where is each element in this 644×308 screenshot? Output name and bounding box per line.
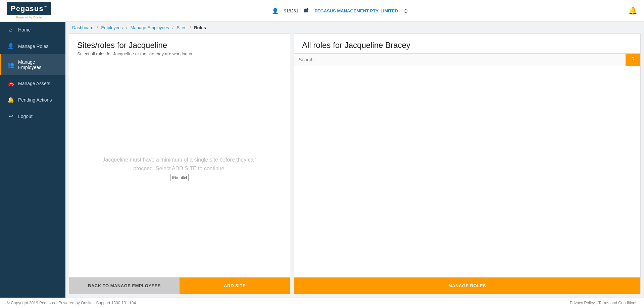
left-panel-body: Jacqueline must have a minimum of a sing… [69, 60, 290, 277]
user-id: 918261 [284, 8, 298, 13]
search-row: ? [294, 53, 640, 66]
left-panel-title: Sites/roles for Jacqueline [77, 41, 282, 50]
right-panel-body [294, 66, 640, 277]
breadcrumb-manage-employees[interactable]: Manage Employees [131, 25, 169, 30]
home-icon: ⌂ [7, 27, 14, 33]
breadcrumb-employees[interactable]: Employees [101, 25, 122, 30]
breadcrumb-current: Roles [194, 25, 206, 30]
notification-bell-icon[interactable]: 🔔 [628, 6, 637, 15]
empty-message: Jacqueline must have a minimum of a sing… [96, 156, 263, 181]
back-to-manage-employees-button[interactable]: Back to Manage Employees [69, 278, 180, 294]
sidebar-item-manage-employees[interactable]: 👥 Manage Employees [0, 54, 65, 75]
header: Pegasus™ Powered by Onsite 👤 918261 🏛 PE… [0, 0, 644, 22]
pending-actions-icon: 🔔 [7, 97, 14, 103]
right-panel-header: All roles for Jacqueline Bracey [294, 34, 640, 53]
left-panel-footer: Back to Manage Employees ADD SITE [69, 277, 290, 294]
sidebar-item-pending-actions[interactable]: 🔔 Pending Actions [0, 91, 65, 108]
sidebar-item-home[interactable]: ⌂ Home [0, 22, 65, 38]
sidebar: ⌂ Home 👤 Manage Roles 👥 Manage Employees… [0, 22, 65, 298]
user-icon: 👤 [272, 8, 279, 14]
breadcrumb-sep-3: / [172, 25, 174, 30]
main-content: Dashboard / Employees / Manage Employees… [65, 22, 644, 298]
footer-links: Privacy Policy - Terms and Conditions [570, 301, 637, 305]
terms-link[interactable]: Terms and Conditions [598, 301, 637, 305]
privacy-policy-link[interactable]: Privacy Policy [570, 301, 595, 305]
empty-message-text: Jacqueline must have a minimum of a sing… [103, 157, 257, 171]
content-area: Sites/roles for Jacqueline Select all ro… [65, 34, 644, 298]
logo-text: Pegasus [11, 4, 44, 13]
header-center: 👤 918261 🏛 PEGASUS MANAGEMENT PTY. LIMIT… [272, 8, 408, 14]
breadcrumb-sep-4: / [190, 25, 191, 30]
right-panel-footer: MANAGE ROLES [294, 277, 640, 294]
header-right: 🔔 [628, 6, 637, 15]
breadcrumb-dashboard[interactable]: Dashboard [72, 25, 94, 30]
right-panel-title: All roles for Jacqueline Bracey [302, 41, 632, 50]
sidebar-label-pending-actions: Pending Actions [18, 97, 52, 103]
company-link[interactable]: PEGASUS MANAGEMENT PTY. LIMITED [314, 8, 398, 13]
manage-roles-button[interactable]: MANAGE ROLES [294, 278, 640, 294]
layout: ⌂ Home 👤 Manage Roles 👥 Manage Employees… [0, 22, 644, 298]
logo-box: Pegasus™ [7, 2, 51, 15]
breadcrumb: Dashboard / Employees / Manage Employees… [65, 22, 644, 34]
question-icon: ? [632, 57, 635, 63]
sidebar-label-logout: Logout [18, 114, 33, 119]
sidebar-item-logout[interactable]: ↩ Logout [0, 108, 65, 124]
logo-powered: Powered by Onsite [16, 16, 42, 19]
logo-tm: ™ [44, 5, 47, 9]
breadcrumb-sites[interactable]: Sites [177, 25, 186, 30]
right-panel: All roles for Jacqueline Bracey ? MANAGE… [294, 34, 641, 294]
left-panel-header: Sites/roles for Jacqueline Select all ro… [69, 34, 290, 60]
sidebar-label-manage-assets: Manage Assets [18, 81, 50, 86]
target-icon[interactable]: ⊙ [403, 8, 408, 14]
manage-roles-icon: 👤 [7, 43, 14, 49]
breadcrumb-sep-2: / [126, 25, 127, 30]
sidebar-item-manage-roles[interactable]: 👤 Manage Roles [0, 38, 65, 54]
left-panel: Sites/roles for Jacqueline Select all ro… [69, 34, 290, 294]
page-footer: © Copyright 2019 Pegasus - Powered by On… [0, 298, 644, 308]
copyright-text: © Copyright 2019 Pegasus - Powered by On… [7, 301, 136, 305]
add-site-button[interactable]: ADD SITE [180, 278, 290, 294]
sidebar-label-manage-roles: Manage Roles [18, 44, 48, 49]
left-panel-subtitle: Select all roles for Jacqueline or the s… [77, 51, 282, 56]
logo: Pegasus™ Powered by Onsite [7, 2, 51, 19]
breadcrumb-sep-1: / [97, 25, 98, 30]
search-button[interactable]: ? [626, 54, 640, 66]
sidebar-item-manage-assets[interactable]: 🚗 Manage Assets [0, 75, 65, 91]
search-input[interactable] [294, 54, 626, 66]
sidebar-label-manage-employees: Manage Employees [18, 59, 59, 70]
building-icon: 🏛 [304, 8, 309, 14]
manage-assets-icon: 🚗 [7, 80, 14, 86]
tooltip-label: [No Title] [170, 174, 188, 181]
footer-link-sep: - [596, 301, 598, 305]
manage-employees-icon: 👥 [7, 62, 14, 68]
logout-icon: ↩ [7, 113, 14, 119]
sidebar-label-home: Home [18, 27, 31, 33]
